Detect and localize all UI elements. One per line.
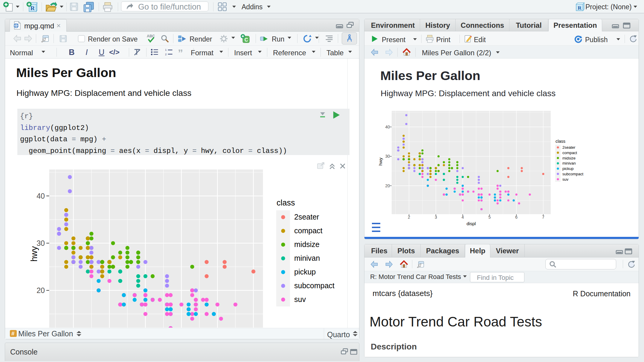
svg-text:30: 30 bbox=[385, 154, 390, 159]
svg-text:midsize: midsize bbox=[562, 156, 576, 160]
svg-text:R: R bbox=[578, 5, 582, 11]
svg-text:compact: compact bbox=[294, 226, 323, 235]
svg-text:pickup: pickup bbox=[562, 166, 574, 171]
svg-text:3: 3 bbox=[435, 215, 437, 220]
svg-text:7: 7 bbox=[542, 215, 544, 220]
svg-text:1: 1 bbox=[165, 48, 167, 51]
svg-text:subcompact: subcompact bbox=[294, 281, 335, 290]
svg-text:20: 20 bbox=[36, 286, 45, 294]
svg-text:compact: compact bbox=[562, 151, 577, 155]
svg-text:displ: displ bbox=[467, 221, 476, 226]
svg-text:pickup: pickup bbox=[294, 268, 316, 276]
svg-text:midsize: midsize bbox=[294, 240, 320, 249]
svg-text:2: 2 bbox=[408, 215, 410, 220]
svg-text:hwy: hwy bbox=[378, 157, 383, 165]
svg-text:C: C bbox=[245, 37, 248, 42]
svg-text:minivan: minivan bbox=[294, 254, 320, 262]
svg-text:20: 20 bbox=[385, 183, 390, 188]
svg-text:hwy: hwy bbox=[29, 246, 39, 262]
svg-text:2: 2 bbox=[165, 53, 167, 56]
svg-text:class: class bbox=[277, 198, 295, 207]
svg-text:5: 5 bbox=[489, 215, 491, 220]
svg-text:2seater: 2seater bbox=[294, 213, 319, 221]
svg-text:40: 40 bbox=[36, 192, 45, 200]
svg-text:4: 4 bbox=[462, 215, 464, 220]
svg-text:30: 30 bbox=[36, 239, 45, 247]
svg-text:40: 40 bbox=[385, 125, 390, 129]
svg-text:class: class bbox=[556, 139, 565, 144]
svg-text:suv: suv bbox=[294, 295, 306, 303]
svg-text:subcompact: subcompact bbox=[562, 172, 583, 176]
svg-text:minivan: minivan bbox=[562, 161, 576, 165]
svg-text:suv: suv bbox=[562, 177, 569, 182]
svg-text:6: 6 bbox=[515, 215, 518, 220]
svg-text:2seater: 2seater bbox=[562, 145, 576, 150]
